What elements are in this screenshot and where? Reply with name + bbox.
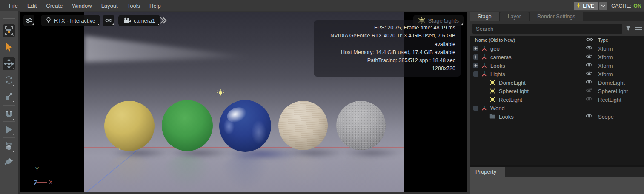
tab-render-settings[interactable]: Render Settings <box>530 12 583 21</box>
tool-scale-button[interactable] <box>3 90 15 103</box>
visibility-on-icon[interactable] <box>586 80 592 84</box>
tool-physics-button[interactable] <box>3 140 15 153</box>
sphere-green[interactable] <box>162 100 213 151</box>
stage-tree-row-lights[interactable]: LightsXform <box>470 70 644 78</box>
renderer-label: RTX - Interactive <box>54 17 95 24</box>
visibility-off-icon[interactable] <box>586 97 592 101</box>
visibility-on-icon[interactable] <box>586 54 592 59</box>
prim-type: Xform <box>598 63 613 69</box>
tab-property[interactable]: Property <box>470 167 505 177</box>
eye-icon[interactable] <box>586 37 593 42</box>
stats-line: Host Memory: 14.4 GiB used, 17.4 GiB ava… <box>319 48 455 57</box>
expand-icon[interactable] <box>473 46 478 51</box>
menu-layout[interactable]: Layout <box>97 0 123 11</box>
stage-tree-row-looks[interactable]: LooksXform <box>470 61 644 70</box>
prim-name: Lights <box>490 71 505 77</box>
live-button[interactable]: LIVE <box>574 2 598 10</box>
xform-icon <box>481 71 487 77</box>
tool-snap-button[interactable] <box>3 108 15 120</box>
cache-status: CACHE: ON <box>610 3 641 9</box>
stage-tree-row-cameras[interactable]: camerasXform <box>470 53 644 61</box>
tool-move-button[interactable] <box>3 57 15 70</box>
prim-type: Xform <box>598 54 613 60</box>
camera-icon <box>123 17 131 23</box>
sphere-wood[interactable] <box>278 101 328 150</box>
light-icon <box>489 97 495 103</box>
sphere-reflection <box>337 156 387 190</box>
stage-tree-row-spherelight[interactable]: SphereLightSphereLight <box>470 87 644 95</box>
live-dropdown-button[interactable] <box>599 2 607 10</box>
stats-line: PathTracing: 385/512 spp : 18.48 sec <box>319 57 455 65</box>
collapse-icon[interactable] <box>473 71 478 77</box>
stage-tree-row-domelight[interactable]: DomeLightDomeLight <box>470 78 644 87</box>
tab-stage[interactable]: Stage <box>470 12 499 21</box>
stage-tree-row-looks[interactable]: LooksScope <box>470 112 644 121</box>
prim-type: RectLight <box>598 97 621 103</box>
tool-paint-button[interactable] <box>3 155 15 168</box>
xform-icon <box>481 46 487 51</box>
visibility-on-icon[interactable] <box>586 46 592 50</box>
collapse-icon[interactable] <box>473 106 478 111</box>
cache-value: ON <box>633 3 641 9</box>
menubar-right: LIVE CACHE: ON <box>574 0 641 11</box>
tool-rotate-button[interactable] <box>3 74 15 86</box>
tree-header: Name (Old to New) Type <box>470 36 644 44</box>
visibility-on-icon[interactable] <box>586 63 592 67</box>
visibility-off-icon[interactable] <box>586 88 592 93</box>
toolbar-separator <box>3 121 15 122</box>
menu-help[interactable]: Help <box>145 0 166 11</box>
renderer-button[interactable]: RTX - Interactive <box>41 15 100 26</box>
left-toolbar <box>0 11 18 194</box>
prim-type: Xform <box>598 46 613 52</box>
prim-type: Scope <box>598 114 614 120</box>
stage-tree-row-rectlight[interactable]: RectLightRectLight <box>470 95 644 104</box>
tab-layer[interactable]: Layer <box>500 12 529 21</box>
menu-edit[interactable]: Edit <box>23 0 41 11</box>
visibility-on-icon[interactable] <box>586 114 592 118</box>
stage-tree-row-world[interactable]: World <box>470 104 644 112</box>
lightning-bolt-icon <box>576 3 581 9</box>
stage-tree-row-geo[interactable]: geoXform <box>470 44 644 53</box>
tool-selection-button[interactable] <box>3 24 15 37</box>
menu-window[interactable]: Window <box>67 0 96 11</box>
menu-create[interactable]: Create <box>41 0 67 11</box>
viewport-3d[interactable]: RTX - Interactive camera1 Stage Lights F… <box>20 12 467 192</box>
menu-file[interactable]: File <box>4 0 23 11</box>
physics-icon <box>4 141 14 151</box>
expand-icon[interactable] <box>473 54 478 60</box>
viewport-settings-button[interactable] <box>23 15 34 26</box>
search-input[interactable] <box>472 24 622 34</box>
stats-line: 1280x720 <box>319 65 455 73</box>
drag-handle-icon[interactable] <box>3 14 15 20</box>
prim-name: Looks <box>499 114 514 120</box>
light-gizmo-icon[interactable] <box>216 89 225 98</box>
lightbulb-icon <box>46 17 52 24</box>
property-tab-bar: Property <box>470 167 644 177</box>
camera-button[interactable]: camera1 <box>118 15 160 26</box>
sphere-shadow <box>110 148 169 158</box>
sliders-icon <box>25 17 33 24</box>
sphere-reflection <box>162 156 212 190</box>
viewport-visibility-button[interactable] <box>103 15 114 26</box>
column-type-header[interactable]: Type <box>598 37 608 43</box>
specular-highlight <box>252 120 266 144</box>
tool-play-button[interactable] <box>3 123 15 136</box>
visibility-on-icon[interactable] <box>586 71 592 76</box>
prim-name: SphereLight <box>499 88 529 94</box>
sphere-yellow[interactable] <box>104 101 155 151</box>
brush-icon <box>4 157 14 166</box>
sphere-blue[interactable] <box>219 100 271 152</box>
column-name-header[interactable]: Name (Old to New) <box>475 37 515 43</box>
sphere-concrete[interactable] <box>336 101 386 150</box>
prim-type: DomeLight <box>598 80 625 86</box>
expand-icon[interactable] <box>473 63 478 68</box>
funnel-icon[interactable] <box>625 25 631 31</box>
double-chevron-right-icon[interactable] <box>159 17 167 24</box>
search-row <box>470 21 644 36</box>
list-menu-icon[interactable] <box>635 25 642 30</box>
menu-tools[interactable]: Tools <box>123 0 145 11</box>
omniverse-app: FileEditCreateWindowLayoutToolsHelp LIVE… <box>0 0 644 194</box>
tool-select-button[interactable] <box>3 41 15 54</box>
prim-name: geo <box>490 46 500 52</box>
panel-tab-bar: StageLayerRender Settings <box>470 12 644 21</box>
